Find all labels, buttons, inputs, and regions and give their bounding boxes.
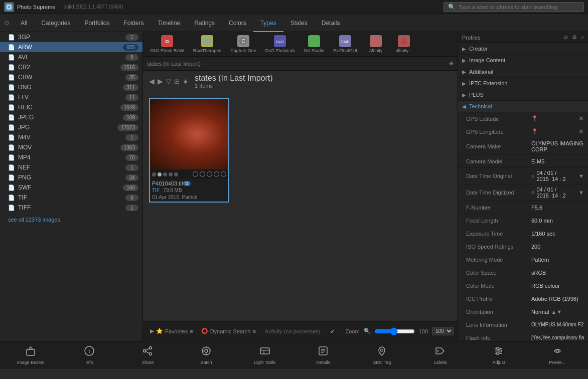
color-dot-5[interactable] (221, 171, 226, 177)
search-input[interactable] (459, 4, 579, 10)
action-share[interactable]: Share (119, 343, 177, 367)
tab-states[interactable]: States (283, 14, 315, 32)
tab-details[interactable]: Details (315, 14, 347, 32)
gps-lat-clear-icon[interactable]: ✕ (578, 115, 584, 122)
sidebar-item-mov[interactable]: 📄 MOV 1363 (0, 142, 142, 152)
sidebar-item-jpg[interactable]: 📄 JPG 17023 (0, 122, 142, 132)
favorites-item[interactable]: ▶ ⭐ Favorites ≡ (147, 327, 196, 335)
action-light-table[interactable]: Light Table (236, 343, 293, 367)
tab-all[interactable]: All (14, 14, 34, 32)
action-adjust[interactable]: Adjust (470, 343, 528, 367)
breadcrumb-actions: ⊕ (449, 60, 454, 67)
activity-check-icon[interactable]: ✓ (330, 328, 335, 335)
color-dot-4[interactable] (214, 171, 219, 177)
gallery-content[interactable]: P4010403.tif 0 TIF 79.8 MB 01 Apr 2015 P… (143, 92, 458, 321)
sidebar-item-arw[interactable]: 📄 ARW 655 (0, 42, 142, 52)
search-bar[interactable]: 🔍 (444, 2, 584, 12)
date-orig-dropdown-icon[interactable]: ▼ (578, 173, 584, 179)
sidebar-item-flv[interactable]: 📄 FLV 11 (0, 92, 142, 102)
color-space-label: Color Space (466, 270, 531, 276)
panel-settings-icon[interactable]: ⚙ (572, 34, 577, 41)
ext-app-affinity[interactable]: Affinity (363, 34, 388, 54)
ext-app-captureone[interactable]: C Capture One (227, 34, 259, 54)
focal-len-label: Focal Length (466, 218, 531, 224)
color-dot-3[interactable] (207, 171, 212, 177)
section-plus[interactable]: ▶ PLUS (458, 89, 588, 101)
section-iptc[interactable]: ▶ IPTC Extension (458, 78, 588, 89)
sidebar-item-crw[interactable]: 📄 CRW 35 (0, 72, 142, 82)
sidebar-item-avi[interactable]: 📄 AVI 8 (0, 52, 142, 62)
tab-ratings[interactable]: Ratings (187, 14, 222, 32)
ext-app-exiftool[interactable]: EXIF ExifToolGUI (330, 34, 360, 54)
zoom-icon: 🔍 (364, 328, 371, 334)
color-dot-1[interactable] (193, 171, 198, 177)
sidebar-item-jpeg[interactable]: 📄 JPEG 109 (0, 112, 142, 122)
orientation-dropdown-icon[interactable]: ▲▼ (551, 309, 562, 315)
ext-app-rawtherapee[interactable]: RawTherapee (190, 34, 225, 54)
panel-filter-icon[interactable]: ⊙ (563, 34, 568, 41)
section-image-content[interactable]: ▶ Image Content (458, 55, 588, 66)
action-geo-tag[interactable]: GEO Tag (353, 343, 411, 367)
gallery-stack-icon[interactable]: ⊞ (174, 78, 180, 85)
action-labels[interactable]: Labels (411, 343, 469, 367)
folder-icon: 📄 (8, 104, 15, 111)
sidebar-item-dng[interactable]: 📄 DNG 311 (0, 82, 142, 92)
sidebar-item-png[interactable]: 📄 PNG 34 (0, 172, 142, 182)
action-batch[interactable]: Batch (178, 343, 235, 367)
favorites-menu-icon[interactable]: ≡ (190, 328, 193, 334)
action-image-basket[interactable]: Image Basket (2, 343, 60, 367)
gallery-filter-icon[interactable]: ▽ (166, 78, 171, 85)
tab-timeline[interactable]: Timeline (151, 14, 187, 32)
zoom-dropdown[interactable]: 100 (432, 327, 454, 335)
preview-label: Previe... (549, 360, 565, 365)
gallery-star-icon[interactable]: ★ (183, 78, 189, 85)
ext-app-affinity2[interactable]: affinity... (391, 34, 416, 54)
action-preview[interactable]: Previe... (528, 343, 586, 367)
section-additional[interactable]: ▶ Additional (458, 66, 588, 78)
tab-types[interactable]: Types (253, 14, 283, 32)
sidebar-item-mp4[interactable]: 📄 MP4 70 (0, 152, 142, 162)
tab-portfolios[interactable]: Portfolios (77, 14, 116, 32)
sidebar-item-swf[interactable]: 📄 SWF 160 (0, 182, 142, 193)
filter-icon[interactable]: ⊙ (4, 19, 10, 27)
ext-app-dxo[interactable]: DxO DxO PhotoLab (262, 34, 298, 54)
ext-app-on1[interactable]: O ON1 Photo RAW (147, 34, 187, 54)
date-dig-dropdown-icon[interactable]: ▼ (578, 189, 584, 196)
ext-app-nxstudio[interactable]: NX Studio (301, 34, 328, 54)
sidebar-item-3gp[interactable]: 📄 3GP 1 (0, 32, 142, 42)
additional-arrow-icon: ▶ (462, 69, 466, 75)
photo-thumb-info: P4010403.tif 0 TIF 79.8 MB 01 Apr 2015 P… (150, 179, 228, 202)
date-orig-value[interactable]: 04 / 01 / 2015 14 : 2 (536, 170, 576, 182)
sidebar-item-nef[interactable]: 📄 NEF 1 (0, 162, 142, 172)
breadcrumb-add-icon[interactable]: ⊕ (449, 60, 454, 67)
section-creator[interactable]: ▶ Creator (458, 43, 588, 55)
action-details[interactable]: Details (295, 343, 352, 367)
photo-thumbnail[interactable]: P4010403.tif 0 TIF 79.8 MB 01 Apr 2015 P… (149, 98, 229, 203)
date-dig-value[interactable]: 04 / 01 / 2015 14 : 2 (536, 186, 576, 199)
zoom-slider[interactable] (375, 327, 415, 335)
tab-categories[interactable]: Categories (34, 14, 77, 32)
affinity-icon (370, 35, 382, 47)
plus-label: PLUS (469, 92, 584, 98)
sidebar-item-tiff[interactable]: 📄 TIFF 1 (0, 203, 142, 213)
sidebar-item-m4v[interactable]: 📄 M4V 1 (0, 132, 142, 142)
date-time-original-row: Date Time Original ≡ 04 / 01 / 2015 14 :… (458, 168, 588, 184)
section-technical[interactable]: ◀ Technical (458, 101, 588, 112)
orientation-value[interactable]: Normal▲▼ (531, 309, 584, 315)
sidebar-item-cr2[interactable]: 📄 CR2 1516 (0, 62, 142, 72)
sidebar-item-heic[interactable]: 📄 HEIC 1049 (0, 102, 142, 112)
dynamic-search-item[interactable]: ⭕ Dynamic Search ≡ (198, 327, 259, 335)
see-all-link[interactable]: see all 22373 images (0, 213, 142, 227)
action-info[interactable]: i Info (61, 343, 118, 367)
panel-menu-icon[interactable]: ≡ (581, 35, 584, 41)
svg-line-21 (146, 351, 150, 353)
gallery-back-button[interactable]: ◀ (149, 77, 155, 85)
dynamic-search-menu-icon[interactable]: ≡ (252, 328, 255, 334)
tab-colors[interactable]: Colors (222, 14, 253, 32)
sidebar-item-tif[interactable]: 📄 TIF 6 (0, 193, 142, 203)
tab-folders[interactable]: Folders (116, 14, 151, 32)
orientation-label: Orientation (466, 309, 531, 315)
gallery-forward-button[interactable]: ▶ (158, 77, 163, 85)
gps-lon-clear-icon[interactable]: ✕ (578, 128, 584, 135)
color-dot-2[interactable] (200, 171, 205, 177)
